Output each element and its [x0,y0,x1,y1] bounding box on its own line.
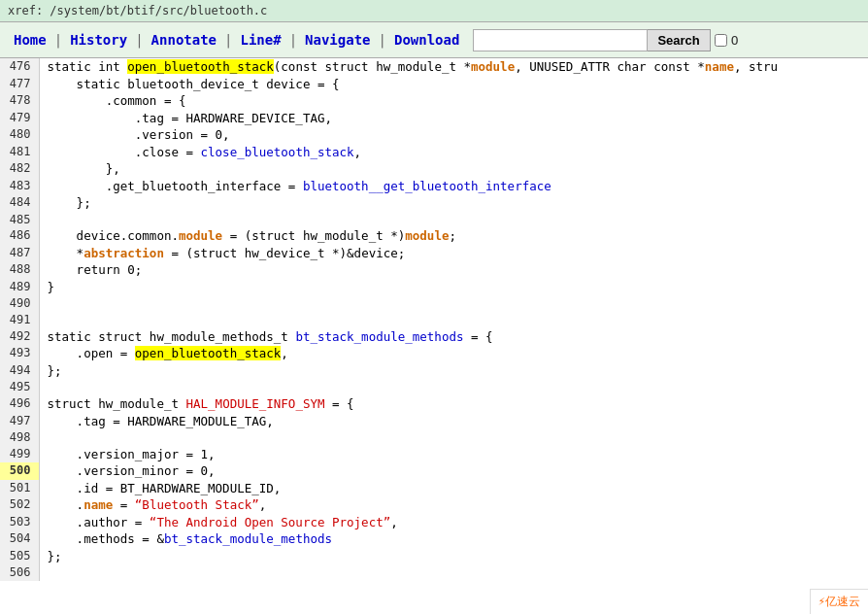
line-number: 496 [0,395,39,413]
line-number: 484 [0,194,39,212]
watermark: ⚡亿速云 [810,589,868,614]
sep5: | [377,32,388,48]
table-row: 485 [0,212,868,228]
nav-home[interactable]: Home [8,28,52,51]
line-number: 483 [0,178,39,195]
line-number: 491 [0,312,39,328]
line-number: 501 [0,480,39,497]
table-row: 482 }, [0,160,868,178]
table-row: 504 .methods = &bt_stack_module_methods [0,530,868,548]
sep4: | [287,32,299,48]
table-row: 503 .author = “The Android Open Source P… [0,514,868,531]
table-row: 481 .close = close_bluetooth_stack, [0,144,868,161]
table-row: 476static int open_bluetooth_stack(const… [0,58,868,76]
table-row: 501 .id = BT_HARDWARE_MODULE_ID, [0,480,868,497]
code-line: .methods = &bt_stack_module_methods [39,530,868,548]
line-number: 493 [0,345,39,362]
code-line: .common = { [39,92,868,110]
search-checkbox[interactable] [715,34,727,47]
line-number: 480 [0,126,39,144]
nav-bar: Home | History | Annotate | Line# | Navi… [0,22,868,58]
table-row: 491 [0,312,868,328]
sep1: | [52,32,64,48]
code-line: struct hw_module_t HAL_MODULE_INFO_SYM =… [39,395,868,413]
table-row: 486 device.common.module = (struct hw_mo… [0,227,868,245]
table-row: 484 }; [0,194,868,212]
table-row: 479 .tag = HARDWARE_DEVICE_TAG, [0,110,868,127]
line-number: 497 [0,413,39,430]
code-line: device.common.module = (struct hw_module… [39,227,868,245]
code-line: return 0; [39,261,868,279]
code-line [39,295,868,312]
search-input[interactable] [473,29,648,51]
code-line [39,429,868,446]
code-area: 476static int open_bluetooth_stack(const… [0,58,868,604]
line-number: 499 [0,446,39,463]
table-row: 489} [0,279,868,296]
line-number: 503 [0,514,39,531]
code-line: }; [39,194,868,212]
line-number: 505 [0,548,39,565]
line-number: 492 [0,328,39,346]
code-line [39,564,868,581]
code-line [39,379,868,395]
breadcrumb-bar: xref: /system/bt/btif/src/bluetooth.c [0,0,868,22]
table-row: 488 return 0; [0,261,868,279]
table-row: 490 [0,295,868,312]
sep3: | [222,32,234,48]
code-line: .id = BT_HARDWARE_MODULE_ID, [39,480,868,497]
code-line: *abstraction = (struct hw_device_t *)&de… [39,245,868,262]
sep2: | [133,32,145,48]
code-line [39,212,868,228]
code-line: static bluetooth_device_t device = { [39,76,868,93]
code-line: static struct hw_module_methods_t bt_sta… [39,328,868,346]
nav-lineno[interactable]: Line# [234,28,286,51]
table-row: 478 .common = { [0,92,868,110]
nav-annotate[interactable]: Annotate [146,28,222,51]
code-line: .get_bluetooth_interface = bluetooth__ge… [39,178,868,195]
breadcrumb-text: xref: /system/bt/btif/src/bluetooth.c [8,4,267,17]
line-number: 494 [0,362,39,380]
nav-download[interactable]: Download [388,28,465,51]
code-line: .version_minor = 0, [39,462,868,480]
code-line: .tag = HARDWARE_DEVICE_TAG, [39,110,868,127]
table-row: 487 *abstraction = (struct hw_device_t *… [0,245,868,262]
line-number: 495 [0,379,39,395]
code-line: static int open_bluetooth_stack(const st… [39,58,868,76]
nav-history[interactable]: History [64,28,133,51]
code-line [39,312,868,328]
code-line: .version = 0, [39,126,868,144]
table-row: 506 [0,564,868,581]
nav-navigate[interactable]: Navigate [299,28,376,51]
table-row: 502 .name = “Bluetooth Stack”, [0,496,868,514]
table-row: 505}; [0,548,868,565]
line-number: 500 [0,462,39,480]
line-number: 481 [0,144,39,161]
table-row: 500 .version_minor = 0, [0,462,868,480]
line-number: 485 [0,212,39,228]
table-row: 498 [0,429,868,446]
table-row: 497 .tag = HARDWARE_MODULE_TAG, [0,413,868,430]
code-table: 476static int open_bluetooth_stack(const… [0,58,868,581]
table-row: 492static struct hw_module_methods_t bt_… [0,328,868,346]
code-line: }; [39,362,868,380]
line-number: 488 [0,261,39,279]
code-line: .version_major = 1, [39,446,868,463]
line-number: 502 [0,496,39,514]
line-number: 476 [0,58,39,76]
table-row: 480 .version = 0, [0,126,868,144]
code-line: .name = “Bluetooth Stack”, [39,496,868,514]
search-button[interactable]: Search [648,29,710,51]
line-number: 487 [0,245,39,262]
code-line: }, [39,160,868,178]
table-row: 496struct hw_module_t HAL_MODULE_INFO_SY… [0,395,868,413]
line-number: 477 [0,76,39,93]
code-line: .close = close_bluetooth_stack, [39,144,868,161]
table-row: 477 static bluetooth_device_t device = { [0,76,868,93]
table-row: 495 [0,379,868,395]
code-line: .tag = HARDWARE_MODULE_TAG, [39,413,868,430]
table-row: 493 .open = open_bluetooth_stack, [0,345,868,362]
line-number: 489 [0,279,39,296]
line-number: 506 [0,564,39,581]
line-number: 478 [0,92,39,110]
